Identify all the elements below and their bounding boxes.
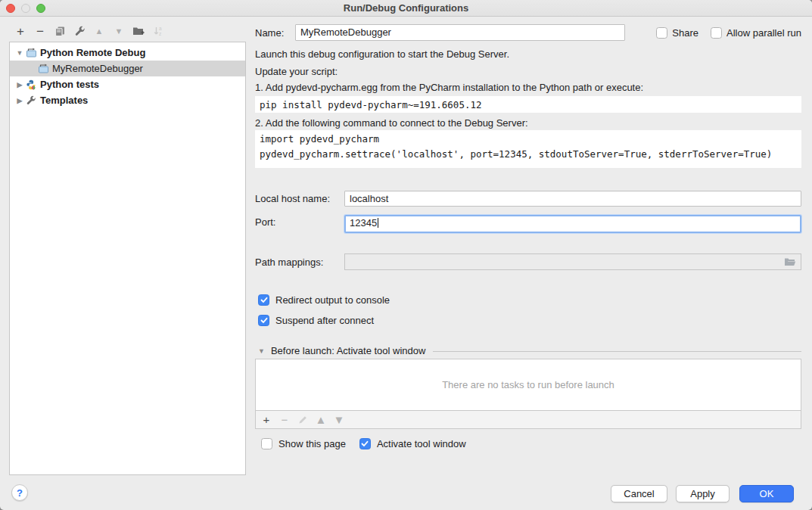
move-down-icon: ▼ <box>334 414 345 425</box>
remove-task-button: − <box>275 412 294 428</box>
share-checkbox[interactable] <box>656 27 667 39</box>
wrench-icon <box>25 95 37 106</box>
configurations-tree: ▼ Python Remote Debug MyRemoteDebugger <box>9 42 246 475</box>
plus-icon: + <box>263 414 270 425</box>
move-down-button: ▼ <box>109 22 129 40</box>
tree-item-python-remote-debug[interactable]: ▼ Python Remote Debug <box>10 45 245 61</box>
path-mappings-label: Path mappings: <box>255 257 323 268</box>
share-label: Share <box>672 27 698 39</box>
check-icon <box>260 317 268 324</box>
apply-button[interactable]: Apply <box>676 485 730 502</box>
svg-text:z: z <box>159 31 161 36</box>
pencil-icon <box>298 415 308 424</box>
move-up-button: ▲ <box>89 22 109 40</box>
svg-text:a: a <box>159 26 162 31</box>
step2-text: 2. Add the following command to connect … <box>255 117 528 129</box>
step1-text: 1. Add pydevd-pycharm.egg from the PyCha… <box>255 82 643 93</box>
name-row: Name: MyRemoteDebugger Share Allow paral… <box>255 24 801 41</box>
title-bar: Run/Debug Configurations <box>0 0 812 17</box>
ok-button[interactable]: OK <box>739 485 794 502</box>
move-task-down-button: ▼ <box>330 412 348 428</box>
window-title: Run/Debug Configurations <box>0 2 812 14</box>
create-folder-button[interactable] <box>129 22 148 40</box>
sort-alphabetically-icon: a z <box>153 26 163 37</box>
tree-item-label: MyRemoteDebugger <box>52 63 143 74</box>
move-task-up-button: ▲ <box>312 412 330 428</box>
move-down-icon: ▼ <box>115 27 123 36</box>
allow-parallel-run-checkbox[interactable] <box>711 27 722 39</box>
run-config-icon <box>25 48 37 58</box>
python-tests-icon <box>25 79 37 90</box>
path-mappings-input[interactable] <box>344 253 801 270</box>
pip-command-code[interactable]: pip install pydevd-pycharm~=191.6605.12 <box>255 96 801 113</box>
port-input[interactable]: 12345 <box>344 215 801 233</box>
help-button[interactable]: ? <box>11 484 28 501</box>
open-folder-icon[interactable] <box>784 257 796 267</box>
path-mappings-row: Path mappings: <box>255 253 801 270</box>
before-launch-label: Before launch: Activate tool window <box>271 345 426 356</box>
chevron-right-icon[interactable]: ▶ <box>14 97 25 104</box>
minus-icon: − <box>36 25 44 38</box>
section-divider <box>433 351 801 352</box>
intro-text: Launch this debug configuration to start… <box>255 48 509 60</box>
run-config-icon <box>37 64 49 74</box>
local-host-row: Local host name: localhost <box>255 190 801 207</box>
redirect-output-label: Redirect output to console <box>275 294 390 306</box>
text-cursor <box>378 218 378 228</box>
suspend-after-connect-label: Suspend after connect <box>275 315 374 326</box>
chevron-right-icon[interactable]: ▶ <box>14 81 25 89</box>
allow-parallel-run-label: Allow parallel run <box>726 27 801 39</box>
port-label: Port: <box>255 216 275 228</box>
activate-tool-window-checkbox[interactable] <box>359 438 371 449</box>
page-options-row: Show this page Activate tool window <box>261 438 466 449</box>
wrench-icon <box>74 26 86 37</box>
edit-task-button <box>294 412 312 428</box>
empty-tasks-text: There are no tasks to run before launch <box>442 379 614 390</box>
check-icon <box>361 440 369 447</box>
question-mark-icon: ? <box>17 487 23 499</box>
new-folder-icon <box>132 26 145 36</box>
plus-icon: + <box>17 25 24 38</box>
move-up-icon: ▲ <box>316 414 327 425</box>
cancel-button[interactable]: Cancel <box>611 485 667 502</box>
redirect-output-checkbox[interactable] <box>258 294 269 306</box>
name-input[interactable]: MyRemoteDebugger <box>295 24 625 41</box>
activate-tool-window-label: Activate tool window <box>377 438 466 449</box>
redirect-output-group[interactable]: Redirect output to console <box>258 294 390 306</box>
suspend-after-connect-checkbox[interactable] <box>258 315 269 326</box>
show-this-page-checkbox[interactable] <box>261 438 272 449</box>
add-configuration-button[interactable]: + <box>11 22 30 40</box>
share-checkbox-group[interactable]: Share <box>656 27 698 39</box>
add-task-button[interactable]: + <box>257 412 275 428</box>
before-launch-task-list[interactable]: There are no tasks to run before launch <box>255 359 801 411</box>
tree-item-myremotedebugger[interactable]: MyRemoteDebugger <box>10 61 245 76</box>
task-list-toolbar: + − ▲ ▼ <box>255 411 801 429</box>
configurations-toolbar: + − ▲ ▼ a z <box>11 21 168 41</box>
copy-configuration-button[interactable] <box>50 22 70 40</box>
before-launch-header[interactable]: ▼ Before launch: Activate tool window <box>258 345 801 356</box>
tree-item-label: Python tests <box>40 79 99 90</box>
chevron-down-icon[interactable]: ▼ <box>258 347 265 355</box>
chevron-down-icon[interactable]: ▼ <box>14 49 25 57</box>
tree-item-templates[interactable]: ▶ Templates <box>10 92 245 108</box>
minus-icon: − <box>282 414 288 425</box>
edit-templates-button[interactable] <box>70 22 89 40</box>
tree-item-label: Python Remote Debug <box>40 47 145 58</box>
run-debug-configurations-dialog: Run/Debug Configurations + − ▲ ▼ <box>0 0 812 510</box>
settrace-code[interactable]: import pydevd_pycharm pydevd_pycharm.set… <box>255 130 801 168</box>
remove-configuration-button[interactable]: − <box>30 22 50 40</box>
local-host-input[interactable]: localhost <box>344 191 801 207</box>
move-up-icon: ▲ <box>95 27 104 36</box>
tree-item-label: Templates <box>40 95 88 106</box>
port-row: Port: 12345 <box>255 214 801 233</box>
tree-item-python-tests[interactable]: ▶ Python tests <box>10 76 245 92</box>
suspend-after-connect-group[interactable]: Suspend after connect <box>258 315 374 326</box>
sort-configurations-button: a z <box>148 22 168 40</box>
check-icon <box>260 297 268 303</box>
name-label: Name: <box>255 27 295 39</box>
allow-parallel-run-checkbox-group[interactable]: Allow parallel run <box>711 27 801 39</box>
show-this-page-label: Show this page <box>278 438 346 449</box>
copy-icon <box>54 26 66 37</box>
local-host-label: Local host name: <box>255 193 330 204</box>
update-script-text: Update your script: <box>255 66 338 77</box>
